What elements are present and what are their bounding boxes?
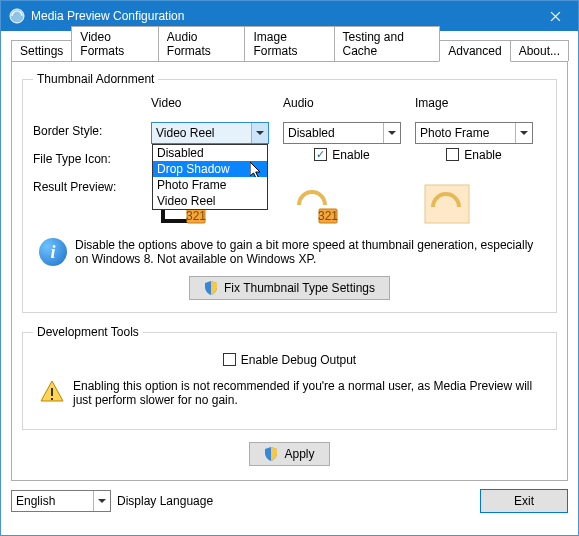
- label-border-style: Border Style:: [33, 120, 151, 148]
- chevron-down-icon: [515, 123, 532, 143]
- cursor-icon: [250, 162, 264, 177]
- tab-settings[interactable]: Settings: [11, 40, 72, 61]
- tab-about[interactable]: About...: [510, 40, 569, 61]
- close-button[interactable]: [533, 1, 578, 31]
- enable-image-icon-checkbox[interactable]: [446, 148, 459, 161]
- heading-audio: Audio: [283, 96, 401, 116]
- button-label: Apply: [284, 447, 314, 461]
- display-language-dropdown[interactable]: English: [11, 490, 111, 512]
- border-style-image-dropdown[interactable]: Photo Frame: [415, 122, 533, 144]
- fix-thumbnail-type-settings-button[interactable]: Fix Thumbnail Type Settings: [189, 276, 390, 300]
- svg-rect-8: [162, 215, 165, 218]
- client-area: Settings Video Formats Audio Formats Ima…: [1, 31, 578, 535]
- enable-debug-output-checkbox[interactable]: [223, 353, 236, 366]
- adornment-note: Disable the options above to gain a bit …: [75, 238, 540, 266]
- window-title: Media Preview Configuration: [31, 9, 533, 23]
- dropdown-value: Video Reel: [152, 126, 251, 140]
- label-file-type-icon: File Type Icon:: [33, 148, 151, 176]
- chevron-down-icon: [383, 123, 400, 143]
- info-icon: i: [39, 238, 67, 266]
- enable-audio-icon-checkbox[interactable]: [314, 148, 327, 161]
- tab-advanced[interactable]: Advanced: [439, 40, 510, 62]
- tab-audio-formats[interactable]: Audio Formats: [158, 26, 246, 61]
- tabstrip: Settings Video Formats Audio Formats Ima…: [11, 39, 568, 61]
- shield-icon: [204, 281, 218, 295]
- group-dev-legend: Development Tools: [33, 325, 143, 339]
- dev-note: Enabling this option is not recommended …: [73, 379, 540, 407]
- column-video: Video Video Reel Disabled Drop Shadow: [151, 96, 269, 234]
- heading-image: Image: [415, 96, 533, 116]
- labels-column: Border Style: File Type Icon: Result Pre…: [33, 96, 151, 234]
- tab-testing-cache[interactable]: Testing and Cache: [334, 26, 441, 61]
- apply-button[interactable]: Apply: [249, 442, 329, 466]
- group-adornment-legend: Thumbnail Adornment: [33, 72, 158, 86]
- display-language-label: Display Language: [117, 494, 213, 508]
- option-label: Drop Shadow: [157, 162, 230, 176]
- column-audio: Audio Disabled Enable: [283, 96, 401, 234]
- border-style-video-dropdown[interactable]: Video Reel Disabled Drop Shadow Ph: [151, 122, 269, 144]
- exit-button[interactable]: Exit: [480, 489, 568, 513]
- window: Media Preview Configuration Settings Vid…: [0, 0, 579, 536]
- dropdown-value: Photo Frame: [416, 126, 515, 140]
- svg-text:321: 321: [186, 209, 206, 223]
- preview-image: [415, 174, 479, 234]
- column-image: Image Photo Frame Enable: [415, 96, 533, 234]
- heading-video: Video: [151, 96, 269, 116]
- app-icon: [9, 8, 25, 24]
- svg-rect-21: [51, 398, 53, 400]
- button-label: Exit: [514, 494, 534, 508]
- enable-image-icon-label: Enable: [464, 148, 501, 162]
- svg-text:321: 321: [318, 209, 338, 223]
- button-label: Fix Thumbnail Type Settings: [224, 281, 375, 295]
- tabpage-advanced: Thumbnail Adornment Border Style: File T…: [11, 61, 568, 481]
- group-thumbnail-adornment: Thumbnail Adornment Border Style: File T…: [22, 72, 557, 313]
- dropdown-value: Disabled: [284, 126, 383, 140]
- label-result-preview: Result Preview:: [33, 176, 151, 204]
- option-video-reel[interactable]: Video Reel: [153, 193, 267, 209]
- option-disabled[interactable]: Disabled: [153, 145, 267, 161]
- svg-rect-20: [51, 388, 53, 396]
- warning-icon: [39, 379, 65, 405]
- tab-image-formats[interactable]: Image Formats: [244, 26, 334, 61]
- enable-audio-icon-label: Enable: [332, 148, 369, 162]
- enable-debug-output-label: Enable Debug Output: [241, 353, 356, 367]
- shield-icon: [264, 447, 278, 461]
- chevron-down-icon: [93, 491, 110, 511]
- option-photo-frame[interactable]: Photo Frame: [153, 177, 267, 193]
- group-development-tools: Development Tools Enable Debug Output En…: [22, 325, 557, 430]
- option-drop-shadow[interactable]: Drop Shadow: [153, 161, 267, 177]
- border-style-audio-dropdown[interactable]: Disabled: [283, 122, 401, 144]
- preview-audio: 321: [283, 174, 347, 234]
- tab-video-formats[interactable]: Video Formats: [71, 26, 158, 61]
- footer: English Display Language Exit: [11, 489, 568, 513]
- dropdown-value: English: [12, 494, 93, 508]
- border-style-video-list: Disabled Drop Shadow Photo Frame Video R…: [152, 144, 268, 210]
- chevron-down-icon: [251, 123, 268, 143]
